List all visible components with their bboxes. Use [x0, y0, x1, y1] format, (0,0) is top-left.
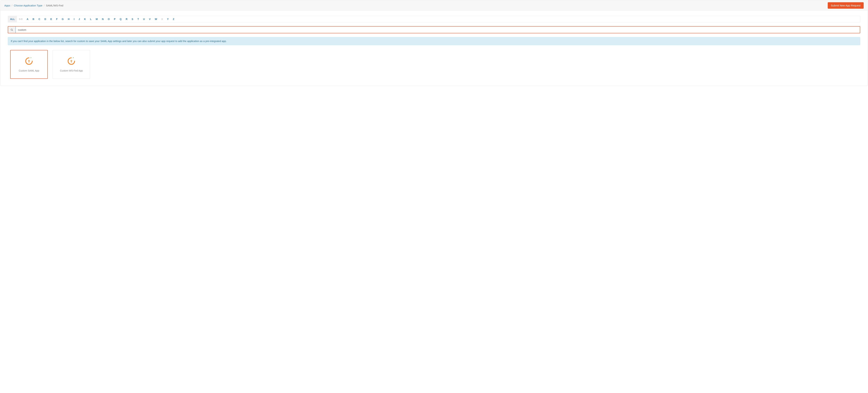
- breadcrumb-apps[interactable]: Apps: [4, 4, 10, 7]
- alpha-q[interactable]: Q: [118, 16, 124, 22]
- alpha-o[interactable]: O: [106, 16, 112, 22]
- alpha-j[interactable]: J: [76, 16, 82, 22]
- alpha-f[interactable]: F: [54, 16, 60, 22]
- breadcrumb-current: SAML/WS-Fed: [46, 4, 63, 7]
- breadcrumb: Apps / Choose Application Type / SAML/WS…: [4, 4, 63, 7]
- alpha-h[interactable]: H: [66, 16, 72, 22]
- breadcrumb-sep: /: [12, 4, 12, 7]
- app-card-label: Custom SAML App: [19, 69, 39, 72]
- alpha-p[interactable]: P: [112, 16, 118, 22]
- alpha-all[interactable]: ALL: [8, 16, 17, 22]
- alpha-i[interactable]: I: [72, 16, 76, 22]
- svg-line-1: [12, 30, 13, 31]
- breadcrumb-choose-type[interactable]: Choose Application Type: [14, 4, 42, 7]
- alpha-u[interactable]: U: [141, 16, 147, 22]
- alpha-y[interactable]: Y: [165, 16, 170, 22]
- app-card-label: Custom WS-Fed App: [60, 69, 83, 72]
- alpha-x: X: [159, 16, 165, 22]
- header-bar: Apps / Choose Application Type / SAML/WS…: [1, 1, 867, 10]
- alpha-c[interactable]: C: [36, 16, 42, 22]
- page-container: Apps / Choose Application Type / SAML/WS…: [0, 0, 868, 86]
- alpha-w[interactable]: W: [153, 16, 159, 22]
- alpha-d[interactable]: D: [42, 16, 48, 22]
- alpha-b[interactable]: B: [31, 16, 36, 22]
- info-message: If you can't find your application in th…: [8, 37, 860, 45]
- alpha-0-9: 0-9: [17, 16, 25, 22]
- search-row: [8, 26, 860, 33]
- app-logo-icon: [67, 57, 76, 65]
- alpha-k[interactable]: K: [82, 16, 88, 22]
- app-card[interactable]: Custom SAML App: [10, 50, 48, 79]
- app-logo-icon: [25, 57, 33, 65]
- alpha-r[interactable]: R: [124, 16, 129, 22]
- alpha-v[interactable]: V: [147, 16, 153, 22]
- submit-new-app-button[interactable]: Submit New App Request: [828, 2, 864, 9]
- alpha-t[interactable]: T: [135, 16, 141, 22]
- app-cards: Custom SAML App Custom WS-Fed App: [8, 50, 860, 79]
- alpha-m[interactable]: M: [94, 16, 100, 22]
- alpha-a[interactable]: A: [25, 16, 30, 22]
- alpha-l[interactable]: L: [88, 16, 94, 22]
- alpha-z[interactable]: Z: [171, 16, 177, 22]
- search-input[interactable]: [16, 27, 860, 33]
- content-area: ALL0-9ABCDEFGHIJKLMNOPQRSTUVWXYZ If you …: [1, 10, 867, 86]
- alpha-g[interactable]: G: [60, 16, 66, 22]
- search-icon: [8, 27, 16, 33]
- breadcrumb-sep: /: [44, 4, 44, 7]
- alpha-n[interactable]: N: [100, 16, 106, 22]
- alpha-s[interactable]: S: [129, 16, 135, 22]
- app-card[interactable]: Custom WS-Fed App: [53, 50, 90, 79]
- alpha-filter-row: ALL0-9ABCDEFGHIJKLMNOPQRSTUVWXYZ: [8, 16, 860, 22]
- alpha-e[interactable]: E: [48, 16, 54, 22]
